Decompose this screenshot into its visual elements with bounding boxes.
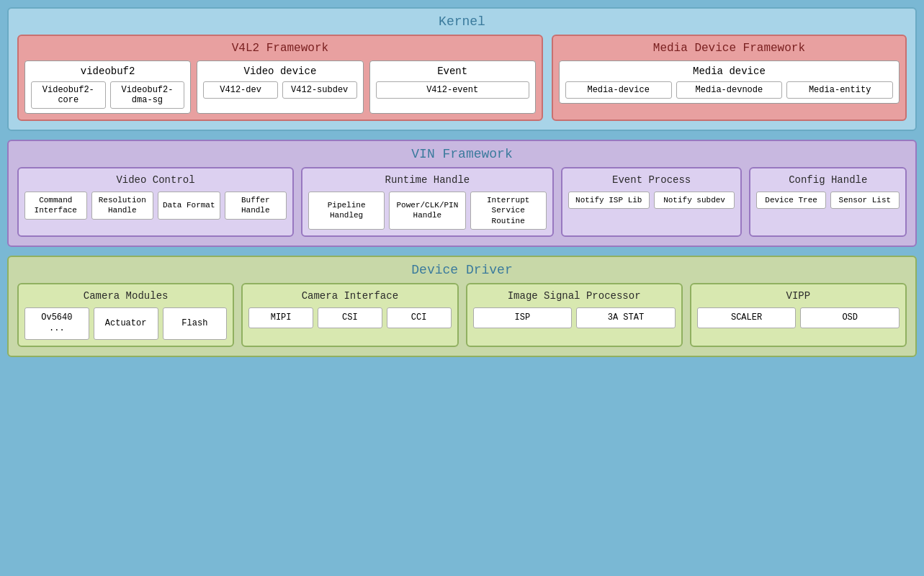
vin-inner: Video Control Command Interface Resoluti… <box>17 167 907 237</box>
vin-title: VIN Framework <box>17 147 907 161</box>
video-device-title: Video device <box>203 66 356 77</box>
config-handle-inner: Device Tree Sensor List <box>756 192 900 209</box>
videobuf2-dma: Videobuf2-dma-sg <box>110 81 185 109</box>
runtime-handle-box: Runtime Handle Pipeline Handleg Power/CL… <box>301 167 554 237</box>
event-box: Event V412-event <box>369 60 536 114</box>
camera-modules-inner: Ov5640 ... Actuator Flash <box>24 307 227 340</box>
camera-modules-title: Camera Modules <box>24 290 227 302</box>
ov5640: Ov5640 ... <box>24 307 89 340</box>
flash: Flash <box>163 307 228 340</box>
runtime-handle-title: Runtime Handle <box>308 174 547 186</box>
csi: CSI <box>318 307 382 329</box>
event-process-title: Event Process <box>568 174 735 186</box>
driver-inner: Camera Modules Ov5640 ... Actuator Flash… <box>17 283 907 347</box>
interrupt-service: Interrupt Service Routine <box>470 192 547 230</box>
camera-interface-inner: MIPI CSI CCI <box>248 307 451 329</box>
device-driver-title: Device Driver <box>17 263 907 277</box>
data-format: Data Format <box>158 192 220 220</box>
device-tree: Device Tree <box>756 192 825 209</box>
notify-subdev: Notify subdev <box>654 192 735 209</box>
video-device-box: Video device V412-dev V412-subdev <box>197 60 363 114</box>
media-framework-title: Media Device Framework <box>559 42 900 55</box>
media-device-box: Media device Media-device Media-devnode … <box>559 60 900 104</box>
media-device-item: Media-device <box>565 81 672 99</box>
v4l2-framework: V4L2 Framework videobuf2 Videobuf2-core … <box>17 35 543 121</box>
kernel-inner: V4L2 Framework videobuf2 Videobuf2-core … <box>17 35 907 121</box>
media-device-title: Media device <box>565 66 893 77</box>
video-device-inner: V412-dev V412-subdev <box>203 81 356 99</box>
v4l2-boxes: videobuf2 Videobuf2-core Videobuf2-dma-s… <box>24 60 536 114</box>
vipp-title: VIPP <box>697 290 900 302</box>
kernel-section: Kernel V4L2 Framework videobuf2 Videobuf… <box>7 7 917 131</box>
osd: OSD <box>800 307 900 329</box>
power-clk-pin: Power/CLK/PIN Handle <box>389 192 465 230</box>
v4l2-title: V4L2 Framework <box>24 42 536 55</box>
3a-stat: 3A STAT <box>576 307 676 329</box>
pipeline-handleg: Pipeline Handleg <box>308 192 385 230</box>
videobuf2-title: videobuf2 <box>31 66 184 77</box>
media-device-framework: Media Device Framework Media device Medi… <box>552 35 907 121</box>
event-inner: V412-event <box>376 81 529 99</box>
main-container: Kernel V4L2 Framework videobuf2 Videobuf… <box>7 7 917 357</box>
event-process-box: Event Process Notify ISP Lib Notify subd… <box>561 167 743 237</box>
config-handle-title: Config Handle <box>756 174 900 186</box>
event-title: Event <box>376 66 529 77</box>
camera-interface-box: Camera Interface MIPI CSI CCI <box>241 283 458 347</box>
sensor-list: Sensor List <box>830 192 900 209</box>
media-framework-boxes: Media device Media-device Media-devnode … <box>559 60 900 104</box>
event-process-inner: Notify ISP Lib Notify subdev <box>568 192 735 209</box>
isp-box: Image Signal Processor ISP 3A STAT <box>466 283 683 347</box>
command-interface: Command Interface <box>24 192 87 220</box>
media-devnode-item: Media-devnode <box>676 81 783 99</box>
video-control-box: Video Control Command Interface Resoluti… <box>17 167 294 237</box>
isp-item: ISP <box>473 307 573 329</box>
vin-section: VIN Framework Video Control Command Inte… <box>7 140 917 247</box>
videobuf2-box: videobuf2 Videobuf2-core Videobuf2-dma-s… <box>24 60 191 114</box>
vipp-inner: SCALER OSD <box>697 307 900 329</box>
video-control-title: Video Control <box>24 174 287 186</box>
media-entity-item: Media-entity <box>786 81 893 99</box>
media-device-inner: Media-device Media-devnode Media-entity <box>565 81 893 99</box>
mipi: MIPI <box>248 307 313 329</box>
scaler: SCALER <box>697 307 797 329</box>
vipp-box: VIPP SCALER OSD <box>690 283 907 347</box>
config-handle-box: Config Handle Device Tree Sensor List <box>749 167 907 237</box>
v412-event: V412-event <box>376 81 529 99</box>
actuator: Actuator <box>94 307 158 340</box>
runtime-handle-inner: Pipeline Handleg Power/CLK/PIN Handle In… <box>308 192 547 230</box>
isp-inner: ISP 3A STAT <box>473 307 676 329</box>
isp-title: Image Signal Processor <box>473 290 676 302</box>
buffer-handle: Buffer Handle <box>225 192 287 220</box>
v412-dev: V412-dev <box>203 81 278 99</box>
cci: CCI <box>387 307 452 329</box>
kernel-title: Kernel <box>17 14 907 29</box>
device-driver-section: Device Driver Camera Modules Ov5640 ... … <box>7 256 917 357</box>
camera-modules-box: Camera Modules Ov5640 ... Actuator Flash <box>17 283 234 347</box>
resolution-handle: Resolution Handle <box>91 192 154 220</box>
videobuf2-core: Videobuf2-core <box>31 81 106 109</box>
camera-interface-title: Camera Interface <box>248 290 451 302</box>
video-control-inner: Command Interface Resolution Handle Data… <box>24 192 287 220</box>
notify-isp-lib: Notify ISP Lib <box>568 192 650 209</box>
v412-subdev: V412-subdev <box>282 81 357 99</box>
videobuf2-inner: Videobuf2-core Videobuf2-dma-sg <box>31 81 184 109</box>
